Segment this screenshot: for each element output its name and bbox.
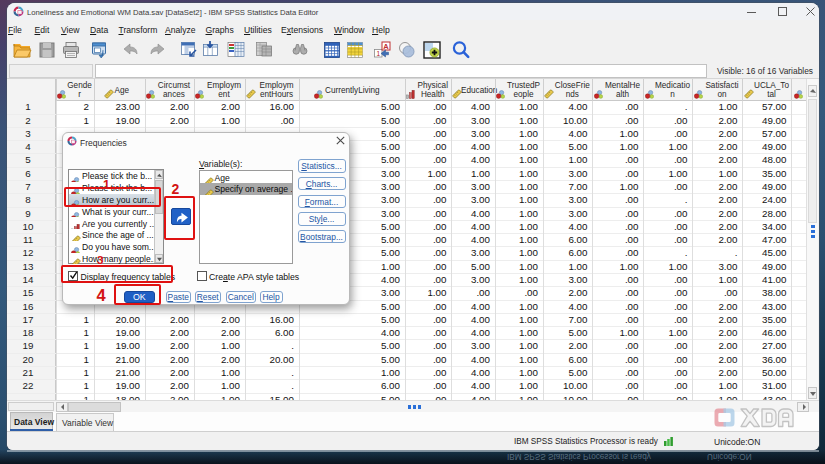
svg-text:1: 1 [376,49,380,56]
svg-text:A: A [383,41,389,50]
